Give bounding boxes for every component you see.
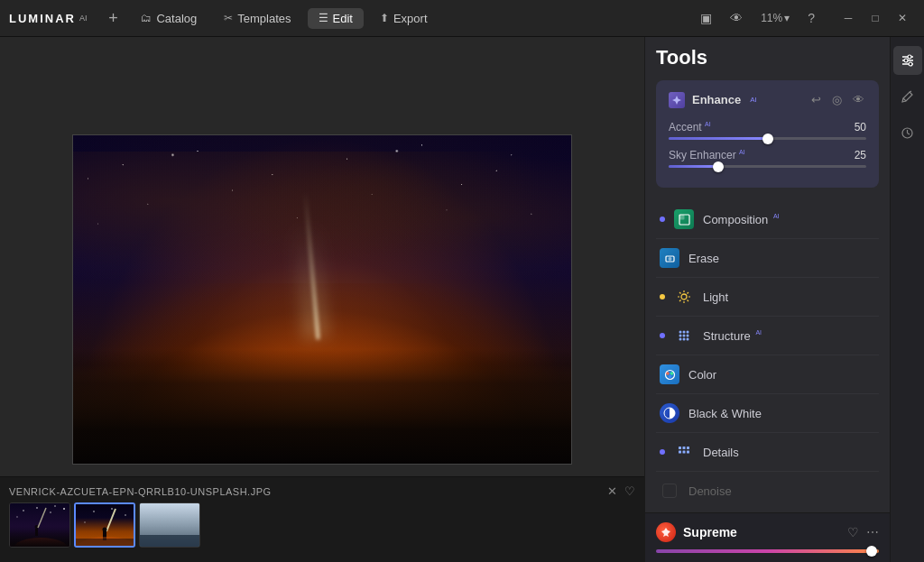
- edit-button[interactable]: ☰ Edit: [308, 8, 364, 29]
- history-panel-button[interactable]: [893, 118, 922, 147]
- thumbnail-1-image: [10, 503, 70, 548]
- catalog-button[interactable]: 🗂 Catalog: [130, 8, 208, 29]
- filmstrip-delete-button[interactable]: ✕: [607, 484, 617, 498]
- brush-panel-button[interactable]: [893, 82, 922, 111]
- bw-label: Black & White: [688, 407, 762, 420]
- svg-rect-62: [687, 447, 689, 449]
- thumbnail-2[interactable]: [74, 502, 135, 548]
- export-button[interactable]: ⬆ Export: [369, 8, 439, 29]
- minimize-button[interactable]: ─: [836, 8, 861, 28]
- edit-icon: ☰: [319, 12, 328, 24]
- svg-point-12: [93, 511, 95, 512]
- svg-point-49: [679, 335, 682, 337]
- svg-rect-0: [10, 503, 70, 548]
- svg-line-32: [908, 133, 910, 134]
- svg-rect-20: [76, 539, 135, 548]
- slideshow-button[interactable]: ▣: [696, 8, 716, 28]
- accent-label: Accent AI: [669, 121, 711, 134]
- svg-point-13: [111, 508, 113, 510]
- right-panel: Tools Enhance AI ↩ ◎: [644, 37, 924, 562]
- svg-point-47: [683, 331, 686, 334]
- filmstrip-thumbs: [9, 502, 635, 548]
- svg-point-48: [687, 331, 689, 334]
- svg-point-50: [683, 335, 686, 337]
- filmstrip-favorite-button[interactable]: ♡: [624, 484, 635, 498]
- maximize-button[interactable]: □: [863, 8, 888, 28]
- enhance-eye-button[interactable]: 👁: [851, 91, 866, 108]
- tool-item-details[interactable]: Details: [656, 433, 879, 472]
- accent-slider-thumb[interactable]: [762, 134, 773, 144]
- enhance-undo-button[interactable]: ↩: [809, 91, 823, 108]
- details-label: Details: [703, 446, 739, 459]
- enhance-card: Enhance AI ↩ ◎ 👁 Accent AI: [656, 80, 879, 188]
- photo-image: [73, 135, 571, 464]
- enhance-header: Enhance AI ↩ ◎ 👁: [669, 91, 866, 108]
- svg-rect-22: [140, 535, 200, 548]
- filmstrip-header: VENRICK-AZCUETA-EPN-QRRLB10-UNSPLASH.JPG…: [9, 484, 635, 498]
- svg-line-29: [910, 91, 911, 92]
- enhance-actions: ↩ ◎ 👁: [809, 91, 866, 108]
- supreme-slider-thumb[interactable]: [866, 546, 877, 557]
- accent-label-row: Accent AI 50: [669, 121, 866, 134]
- titlebar: LUMINAR AI + 🗂 Catalog ✂ Templates ☰ Edi…: [0, 0, 924, 37]
- tool-item-denoise[interactable]: Denoise: [656, 472, 879, 510]
- tool-item-bw[interactable]: Black & White: [656, 394, 879, 433]
- svg-point-6: [54, 505, 55, 506]
- svg-point-37: [681, 294, 687, 299]
- app-logo: LUMINAR AI: [9, 12, 87, 25]
- tool-item-color[interactable]: Color: [656, 355, 879, 394]
- svg-point-57: [670, 372, 673, 375]
- sky-enhancer-slider-track[interactable]: [669, 165, 866, 168]
- supreme-slider-track[interactable]: [656, 549, 879, 553]
- svg-point-36: [668, 257, 671, 261]
- tool-item-erase[interactable]: Erase: [656, 239, 879, 278]
- svg-rect-60: [679, 447, 681, 449]
- svg-rect-64: [683, 451, 686, 454]
- preview-button[interactable]: 👁: [725, 8, 747, 28]
- window-controls: ─ □ ✕: [836, 8, 915, 28]
- color-icon: [660, 364, 679, 384]
- composition-dot: [660, 217, 665, 222]
- filmstrip: VENRICK-AZCUETA-EPN-QRRLB10-UNSPLASH.JPG…: [0, 476, 644, 562]
- templates-button[interactable]: ✂ Templates: [213, 8, 301, 29]
- erase-icon: [660, 248, 679, 268]
- enhance-reset-button[interactable]: ◎: [830, 91, 844, 108]
- help-button[interactable]: ?: [803, 8, 819, 28]
- svg-rect-7: [35, 529, 38, 536]
- accent-slider-track[interactable]: [669, 137, 866, 140]
- erase-label: Erase: [688, 252, 719, 265]
- photo-canvas: [72, 134, 572, 465]
- thumbnail-1[interactable]: [9, 502, 70, 548]
- sky-enhancer-slider-fill: [669, 165, 718, 168]
- svg-rect-34: [679, 215, 685, 220]
- thumbnail-3[interactable]: [139, 502, 200, 548]
- svg-point-46: [679, 331, 682, 334]
- sky-enhancer-slider-thumb[interactable]: [713, 161, 724, 172]
- svg-rect-65: [687, 451, 689, 454]
- close-button[interactable]: ✕: [890, 8, 915, 28]
- light-dot: [660, 294, 665, 299]
- add-button[interactable]: +: [101, 6, 125, 30]
- thumbnail-3-image: [140, 503, 200, 548]
- tool-item-light[interactable]: Light: [656, 278, 879, 317]
- details-icon: [674, 442, 694, 462]
- enhance-label: Enhance: [692, 93, 741, 106]
- sky-enhancer-slider-row: Sky Enhancer AI 25: [669, 149, 866, 168]
- supreme-favorite-button[interactable]: ♡: [847, 525, 859, 539]
- panel-content: Tools Enhance AI ↩ ◎: [645, 37, 890, 512]
- denoise-label: Denoise: [688, 484, 732, 498]
- supreme-more-button[interactable]: ⋯: [866, 525, 879, 539]
- sliders-icon: [901, 53, 915, 68]
- brush-icon: [901, 90, 914, 104]
- tool-item-composition[interactable]: Composition AI: [656, 200, 879, 239]
- svg-line-42: [679, 292, 681, 294]
- zoom-control[interactable]: 11% ▾: [756, 10, 794, 26]
- composition-label: Composition AI: [703, 213, 780, 226]
- svg-point-26: [908, 55, 911, 59]
- svg-point-58: [668, 374, 671, 378]
- tool-item-structure[interactable]: Structure AI: [656, 317, 879, 355]
- tools-panel-button[interactable]: [893, 46, 922, 75]
- svg-point-52: [679, 338, 682, 341]
- export-icon: ⬆: [380, 12, 389, 24]
- filmstrip-actions: ✕ ♡: [607, 484, 635, 498]
